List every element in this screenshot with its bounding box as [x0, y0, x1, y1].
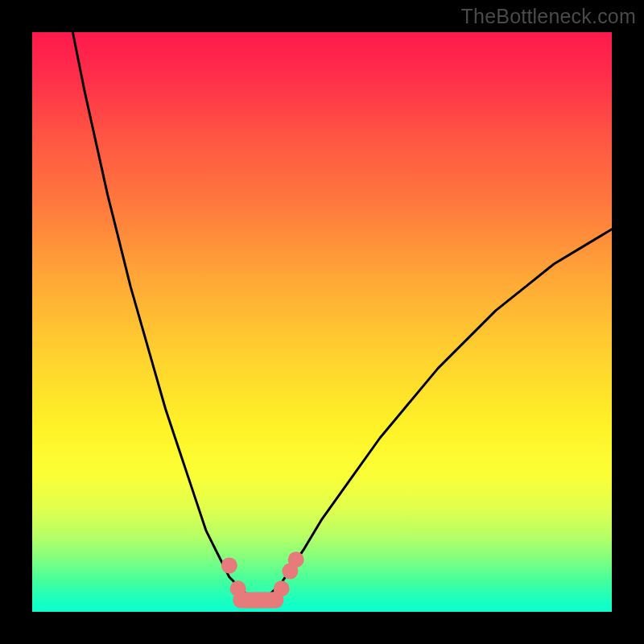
marker-dot — [221, 557, 237, 573]
black-curve-right — [258, 229, 612, 601]
watermark-text: TheBottleneck.com — [461, 5, 636, 28]
chart-frame: TheBottleneck.com — [0, 0, 644, 644]
marker-dot — [288, 551, 304, 568]
series-layer — [72, 32, 612, 609]
plot-area — [32, 32, 612, 612]
curve-svg — [32, 32, 612, 612]
black-curve-left — [72, 32, 258, 601]
